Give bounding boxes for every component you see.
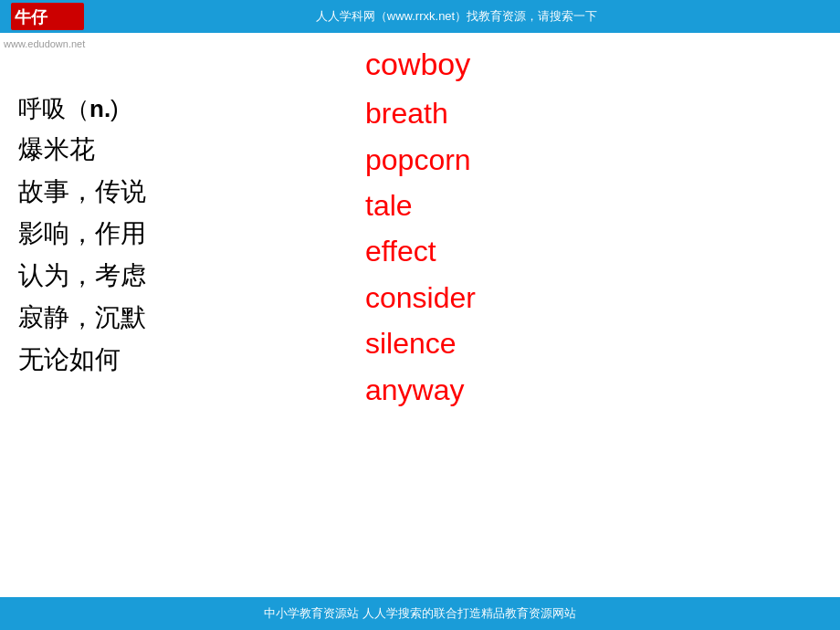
chinese-item-6: 寂静，沉默: [18, 299, 219, 337]
top-bar: 牛仔 人人学科网（www.rrxk.net）找教育资源，请搜索一下: [0, 0, 840, 33]
english-item-4: effect: [365, 230, 436, 272]
main-content: 牛仔 呼吸（n.) 爆米花 故事，传说 影响，作用 认为，考虑 寂静，沉默 无论…: [0, 33, 840, 597]
logo-placeholder: 牛仔: [11, 3, 84, 30]
english-item-3: tale: [365, 184, 413, 226]
chinese-item-4: 影响，作用: [18, 215, 219, 253]
chinese-item-3: 故事，传说: [18, 173, 219, 211]
english-item-1: breath: [365, 92, 448, 134]
top-bar-text: 人人学科网（www.rrxk.net）找教育资源，请搜索一下: [84, 8, 829, 25]
english-item-6: silence: [365, 322, 457, 364]
chinese-item-2: 爆米花: [18, 131, 219, 169]
chinese-item-5: 认为，考虑: [18, 257, 219, 295]
bottom-bar: 中小学教育资源站 人人学搜索的联合打造精品教育资源网站: [0, 597, 840, 630]
logo-area: 牛仔: [11, 3, 84, 30]
chinese-column: 牛仔 呼吸（n.) 爆米花 故事，传说 影响，作用 认为，考虑 寂静，沉默 无论…: [18, 42, 219, 597]
english-item-5: consider: [365, 277, 476, 319]
bottom-bar-text: 中小学教育资源站 人人学搜索的联合打造精品教育资源网站: [264, 605, 576, 622]
english-item-2: popcorn: [365, 139, 471, 181]
chinese-item-7: 无论如何: [18, 341, 219, 379]
logo-icon: 牛仔: [11, 3, 84, 30]
site-watermark: www.edudown.net: [4, 38, 85, 49]
chinese-item-1: 呼吸（n.): [18, 91, 219, 127]
english-item-0: cowboy: [365, 42, 470, 87]
english-column: cowboy breath popcorn tale effect consid…: [219, 42, 476, 597]
english-item-7: anyway: [365, 369, 465, 411]
svg-text:牛仔: 牛仔: [15, 8, 48, 26]
